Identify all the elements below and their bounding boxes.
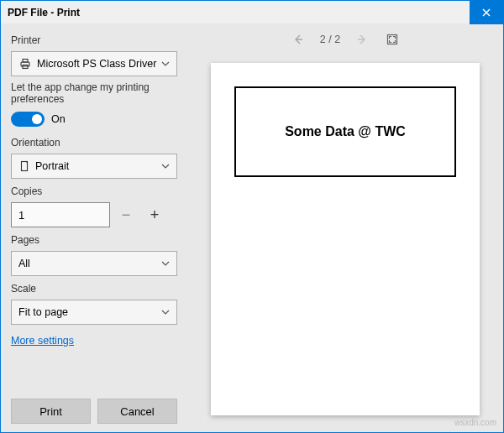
- toggle-row: On: [11, 112, 177, 127]
- document-content-box: Some Data @ TWC: [234, 86, 456, 177]
- printer-label: Printer: [11, 34, 177, 46]
- sidebar: Printer Microsoft PS Class Driver Let th…: [1, 24, 187, 432]
- fit-page-button[interactable]: [384, 31, 401, 48]
- portrait-icon: [18, 160, 30, 172]
- chevron-down-icon: [161, 60, 170, 68]
- svg-rect-3: [22, 162, 28, 171]
- toggle-state-label: On: [51, 113, 66, 125]
- preview-pane: 2 / 2 Some Data @ TWC: [187, 24, 503, 432]
- footer-buttons: Print Cancel: [11, 399, 177, 432]
- cancel-button[interactable]: Cancel: [97, 399, 177, 424]
- copies-input[interactable]: [11, 202, 110, 227]
- orientation-select[interactable]: Portrait: [11, 154, 177, 179]
- content-area: Printer Microsoft PS Class Driver Let th…: [1, 24, 503, 432]
- watermark: wsxdn.com: [454, 418, 496, 427]
- chevron-down-icon: [161, 259, 170, 268]
- prev-page-button[interactable]: [290, 31, 307, 48]
- printer-icon: [18, 57, 32, 70]
- copies-increment[interactable]: +: [142, 202, 167, 227]
- copies-decrement[interactable]: −: [113, 202, 139, 227]
- pages-value: All: [18, 258, 161, 269]
- close-button[interactable]: [470, 1, 503, 24]
- pages-select[interactable]: All: [11, 251, 177, 276]
- chevron-down-icon: [161, 308, 170, 316]
- preview-area: Some Data @ TWC: [187, 55, 503, 432]
- page-preview: Some Data @ TWC: [211, 63, 480, 415]
- titlebar: PDF File - Print: [1, 1, 503, 24]
- document-text: Some Data @ TWC: [285, 124, 406, 139]
- fullscreen-icon: [386, 34, 398, 45]
- print-button[interactable]: Print: [11, 399, 91, 424]
- svg-rect-1: [23, 60, 28, 63]
- toggle-note: Let the app change my printing preferenc…: [11, 81, 177, 105]
- pages-label: Pages: [11, 234, 177, 246]
- close-icon: [482, 8, 491, 17]
- printer-value: Microsoft PS Class Driver: [37, 58, 161, 70]
- scale-value: Fit to page: [18, 306, 161, 318]
- page-indicator: 2 / 2: [320, 34, 340, 45]
- preferences-toggle[interactable]: [11, 112, 45, 127]
- window-title: PDF File - Print: [8, 7, 503, 18]
- toggle-knob: [32, 114, 42, 124]
- orientation-value: Portrait: [35, 160, 161, 172]
- orientation-label: Orientation: [11, 137, 177, 149]
- arrow-left-icon: [292, 34, 304, 45]
- printer-select[interactable]: Microsoft PS Class Driver: [11, 51, 177, 76]
- copies-label: Copies: [11, 185, 177, 197]
- preview-toolbar: 2 / 2: [187, 24, 503, 55]
- print-dialog: PDF File - Print Printer Microsoft PS Cl…: [0, 0, 504, 433]
- chevron-down-icon: [161, 162, 170, 170]
- more-settings-link[interactable]: More settings: [11, 335, 177, 347]
- scale-select[interactable]: Fit to page: [11, 300, 177, 325]
- scale-label: Scale: [11, 283, 177, 295]
- next-page-button[interactable]: [354, 31, 370, 48]
- arrow-right-icon: [356, 34, 368, 45]
- copies-row: − +: [11, 202, 177, 227]
